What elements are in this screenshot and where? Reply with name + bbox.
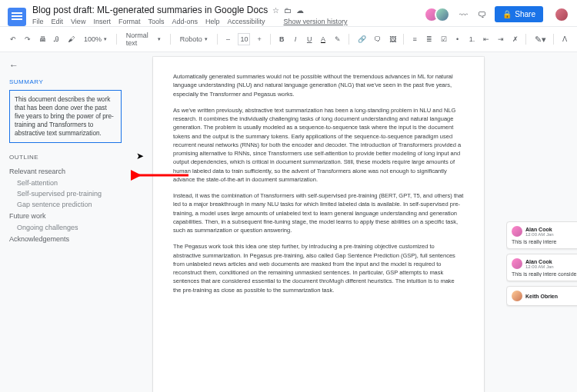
print-button[interactable]: 🖶 [37,34,48,45]
indent-increase-button[interactable]: ⇥ [495,34,505,45]
align-button[interactable]: ≡ [410,34,419,45]
indent-decrease-button[interactable]: ⇤ [481,34,491,45]
menu-accessibility[interactable]: Accessibility [227,18,265,25]
menu-edit[interactable]: Edit [52,18,64,25]
paragraph[interactable]: As we've written previously, abstractive… [173,106,464,184]
font-size-decrease[interactable]: – [224,34,233,45]
font-size-value[interactable]: 10 [238,33,251,45]
highlight-button[interactable]: ✎ [332,34,342,45]
comment-card[interactable]: Alan Cook12:00 AM Jan This is really int… [506,221,577,249]
insert-link-button[interactable]: 🔗 [355,34,367,45]
menu-help[interactable]: Help [205,18,220,25]
paragraph[interactable]: The Pegasus work took this idea one step… [173,242,464,294]
star-icon[interactable]: ☆ [272,6,279,15]
share-label: Share [515,10,535,18]
paint-format-button[interactable]: 🖌 [65,34,76,45]
text-color-button[interactable]: A [319,34,328,45]
menu-addons[interactable]: Add-ons [172,18,198,25]
italic-button[interactable]: I [291,34,300,45]
menu-tools[interactable]: Tools [148,18,164,25]
numbered-list-button[interactable]: 1. [467,34,476,45]
comment-author: Alan Cook [525,227,554,232]
comments-icon[interactable]: 🗨 [476,9,487,20]
menu-view[interactable]: View [71,18,85,25]
comment-card[interactable]: Keith Obrien [506,286,577,306]
comment-time: 12:00 AM Jan [525,232,554,237]
toolbar: ↶ ↷ 🖶 Ꭿ 🖌 100% Normal text Roboto – 10 +… [0,26,577,52]
paragraph[interactable]: Automatically generated summaries would … [173,72,464,98]
underline-button[interactable]: U [305,34,314,45]
bold-button[interactable]: B [277,34,286,45]
comment-avatar [512,258,522,269]
spellcheck-button[interactable]: Ꭿ [52,34,61,45]
outline-heading: OUTLINE [9,154,122,161]
menu-file[interactable]: File [32,18,44,25]
paragraph[interactable]: Instead, it was the combination of Trans… [173,191,464,234]
summary-heading: SUMMARY [9,78,122,85]
presence-avatar-2[interactable] [435,7,450,22]
outline-item[interactable]: Acknowledgements [9,233,122,245]
insert-image-button[interactable]: 🖼 [387,34,398,45]
collapse-outline-button[interactable]: ← [9,60,122,71]
presence-avatars[interactable] [429,7,450,22]
document-page[interactable]: Automatically generated summaries would … [153,57,484,392]
outline-item[interactable]: Future work [9,210,122,222]
collapse-toolbar-button[interactable]: ᐱ [560,34,569,45]
zoom-dropdown[interactable]: 100% [81,34,110,45]
comment-card[interactable]: Alan Cook12:00 AM Jan This is really int… [506,254,577,281]
line-spacing-button[interactable]: ≣ [424,34,434,45]
menu-bar: File Edit View Insert Format Tools Add-o… [32,15,422,25]
outline-subitem[interactable]: Self-supervised pre-training [9,188,122,199]
comment-text: This is really intere [512,239,577,244]
redo-button[interactable]: ↷ [22,34,32,45]
comment-author: Keith Obrien [525,294,558,299]
comment-time: 12:00 AM Jan [525,264,554,269]
activity-icon[interactable]: 〰 [458,9,469,20]
editing-mode-button[interactable]: ✎▾ [532,33,547,46]
bulleted-list-button[interactable]: • [453,34,462,45]
comment-avatar [512,291,522,301]
clear-formatting-button[interactable]: ✗ [510,34,520,45]
undo-button[interactable]: ↶ [8,34,18,45]
summary-text[interactable]: This document describes the work that ha… [9,90,122,143]
document-title[interactable]: Blog post draft: ML-generated summaries … [32,5,268,15]
comment-text: This is really intere considered trying … [512,271,577,277]
docs-logo-icon[interactable] [8,8,26,26]
version-history-link[interactable]: Show version history [284,18,348,25]
outline-item[interactable]: Relevant research [9,165,122,178]
share-button[interactable]: 🔒 Share [495,6,543,22]
menu-insert[interactable]: Insert [93,18,111,25]
outline-subitem[interactable]: Self-attention [9,178,122,188]
insert-comment-button[interactable]: 🗨 [372,34,382,45]
comments-column: Alan Cook12:00 AM Jan This is really int… [506,52,577,392]
cloud-status-icon: ☁ [296,6,304,15]
sidebar: ← SUMMARY This document describes the wo… [0,52,131,392]
comment-avatar [512,226,522,237]
menu-format[interactable]: Format [118,18,141,25]
lock-icon: 🔒 [502,10,512,18]
account-avatar[interactable] [554,7,569,22]
checklist-button[interactable]: ☑ [439,34,449,45]
paragraph-style-dropdown[interactable]: Normal text [123,30,164,48]
font-size-increase[interactable]: + [255,34,264,45]
outline-subitem[interactable]: Gap sentence prediction [9,199,122,210]
move-icon[interactable]: 🗀 [284,6,292,15]
font-dropdown[interactable]: Roboto [177,34,211,45]
comment-author: Alan Cook [525,259,554,264]
outline-subitem[interactable]: Ongoing challenges [9,222,122,233]
